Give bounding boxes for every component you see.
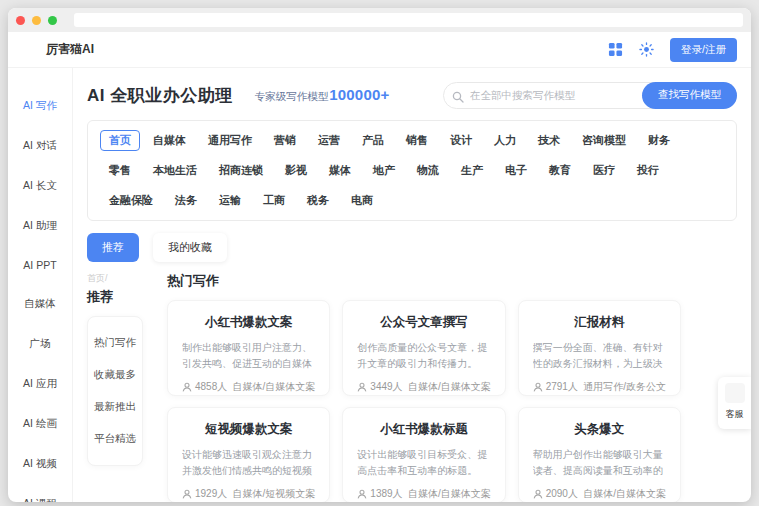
tab-my-favorites[interactable]: 我的收藏: [153, 233, 227, 262]
card-users: 2791人: [533, 380, 578, 394]
login-register-button[interactable]: 登录/注册: [670, 38, 737, 62]
user-icon: [182, 382, 192, 392]
main-content: AI 全职业办公助理 专家级写作模型100000+ 查找写作模型 首页: [73, 68, 751, 502]
tab-recommend[interactable]: 推荐: [87, 233, 139, 262]
app-header: 厉害猫AI 登录/注册: [8, 32, 751, 68]
tag-item[interactable]: 人力: [485, 130, 525, 151]
tag-item[interactable]: 投行: [628, 160, 668, 181]
model-card[interactable]: 小红书爆款标题 设计出能够吸引目标受众、提高点击率和互动率的标题。 1389人 …: [342, 407, 505, 502]
tag-item[interactable]: 媒体: [320, 160, 360, 181]
card-title: 汇报材料: [533, 314, 666, 331]
model-card-grid: 小红书爆款文案 制作出能够吸引用户注意力、引发共鸣、促进互动的自媒体文案。 48…: [167, 300, 681, 502]
sidebar-item-ai-course[interactable]: AI 课程: [8, 484, 72, 502]
tag-item[interactable]: 本地生活: [144, 160, 206, 181]
card-category: 自媒体/自媒体文案: [408, 380, 491, 394]
sidebar-item-ai-video[interactable]: AI 视频: [8, 444, 72, 484]
model-card[interactable]: 汇报材料 撰写一份全面、准确、有针对性的政务汇报材料，为上级决策提供依据。 27…: [518, 300, 681, 396]
tag-item[interactable]: 工商: [254, 190, 294, 211]
sidebar-item-ai-apps[interactable]: AI 应用: [8, 364, 72, 404]
card-title: 小红书爆款文案: [182, 314, 315, 331]
model-count: 100000+: [329, 86, 389, 103]
user-icon: [533, 382, 543, 392]
model-card[interactable]: 短视频爆款文案 设计能够迅速吸引观众注意力并激发他们情感共鸣的短视频文案。 19…: [167, 407, 330, 502]
card-desc: 帮助用户创作出能够吸引大量读者、提高阅读量和互动率的爆款文章。: [533, 447, 666, 478]
card-users: 2090人: [533, 487, 578, 501]
card-users-count: 1929人: [195, 487, 227, 501]
maximize-window-button[interactable]: [48, 16, 57, 25]
tag-item[interactable]: 电子: [496, 160, 536, 181]
card-users-count: 1389人: [370, 487, 402, 501]
address-bar[interactable]: [74, 13, 743, 27]
app-logo: 厉害猫AI: [46, 41, 94, 58]
tag-item[interactable]: 营销: [265, 130, 305, 151]
tag-item[interactable]: 物流: [408, 160, 448, 181]
sidebar-item-ai-longform[interactable]: AI 长文: [8, 166, 72, 206]
tag-item[interactable]: 自媒体: [144, 130, 195, 151]
card-users: 1929人: [182, 487, 227, 501]
tag-item[interactable]: 法务: [166, 190, 206, 211]
tag-item[interactable]: 税务: [298, 190, 338, 211]
card-users-count: 2791人: [546, 380, 578, 394]
menu-item-platform-picks[interactable]: 平台精选: [88, 423, 142, 455]
user-icon: [533, 489, 543, 499]
theme-brightness-icon[interactable]: [639, 42, 654, 57]
tag-item[interactable]: 运营: [309, 130, 349, 151]
card-users-count: 3449人: [370, 380, 402, 394]
menu-item-hot-writing[interactable]: 热门写作: [88, 327, 142, 359]
card-users-count: 4858人: [195, 380, 227, 394]
model-card[interactable]: 小红书爆款文案 制作出能够吸引用户注意力、引发共鸣、促进互动的自媒体文案。 48…: [167, 300, 330, 396]
model-card[interactable]: 公众号文章撰写 创作高质量的公众号文章，提升文章的吸引力和传播力。 3449人 …: [342, 300, 505, 396]
page-title: AI 全职业办公助理: [87, 84, 233, 107]
customer-service-widget[interactable]: 客服: [718, 377, 751, 429]
sidebar-item-ai-writing[interactable]: AI 写作: [8, 86, 72, 126]
sidebar-item-ai-drawing[interactable]: AI 绘画: [8, 404, 72, 444]
user-icon: [182, 489, 192, 499]
tag-item[interactable]: 电商: [342, 190, 382, 211]
minimize-window-button[interactable]: [32, 16, 41, 25]
sidebar-item-ai-ppt[interactable]: AI PPT: [8, 246, 72, 284]
customer-service-icon: [725, 383, 745, 403]
category-tag-bar: 首页 自媒体 通用写作 营销 运营 产品 销售 设计 人力 技术 咨询模型 财务…: [87, 120, 737, 221]
tag-item[interactable]: 生产: [452, 160, 492, 181]
tag-item[interactable]: 地产: [364, 160, 404, 181]
tag-item[interactable]: 金融保险: [100, 190, 162, 211]
card-desc: 制作出能够吸引用户注意力、引发共鸣、促进互动的自媒体文案。: [182, 340, 315, 371]
user-icon: [357, 382, 367, 392]
sidebar-item-self-media[interactable]: 自媒体: [8, 284, 72, 324]
card-category: 自媒体/自媒体文案: [408, 487, 491, 501]
apps-grid-icon[interactable]: [608, 42, 623, 57]
sidebar-item-ai-assistant[interactable]: AI 助理: [8, 206, 72, 246]
model-card[interactable]: 头条爆文 帮助用户创作出能够吸引大量读者、提高阅读量和互动率的爆款文章。 209…: [518, 407, 681, 502]
search-icon: [452, 89, 464, 101]
search-models-button[interactable]: 查找写作模型: [642, 82, 737, 109]
tag-item[interactable]: 咨询模型: [573, 130, 635, 151]
customer-service-label: 客服: [726, 408, 744, 421]
card-category: 自媒体/短视频文案: [233, 487, 316, 501]
sidebar-item-plaza[interactable]: 广场: [8, 324, 72, 364]
card-desc: 创作高质量的公众号文章，提升文章的吸引力和传播力。: [357, 340, 490, 371]
close-window-button[interactable]: [16, 16, 25, 25]
sidebar-item-ai-chat[interactable]: AI 对话: [8, 126, 72, 166]
tag-item[interactable]: 首页: [100, 130, 140, 151]
sidebar-nav: AI 写作 AI 对话 AI 长文 AI 助理 AI PPT 自媒体 广场 AI…: [8, 68, 73, 502]
menu-item-newest[interactable]: 最新推出: [88, 391, 142, 423]
browser-window: 厉害猫AI 登录/注册 AI 写作 AI 对话 AI 长文 AI 助理 AI: [8, 8, 751, 502]
tag-item[interactable]: 销售: [397, 130, 437, 151]
tag-item[interactable]: 零售: [100, 160, 140, 181]
card-desc: 撰写一份全面、准确、有针对性的政务汇报材料，为上级决策提供依据。: [533, 340, 666, 371]
tag-item[interactable]: 影视: [276, 160, 316, 181]
card-title: 小红书爆款标题: [357, 421, 490, 438]
tag-item[interactable]: 通用写作: [199, 130, 261, 151]
tag-item[interactable]: 运输: [210, 190, 250, 211]
tag-item[interactable]: 医疗: [584, 160, 624, 181]
tag-item[interactable]: 技术: [529, 130, 569, 151]
tag-item[interactable]: 财务: [639, 130, 679, 151]
tag-item[interactable]: 招商连锁: [210, 160, 272, 181]
card-users: 4858人: [182, 380, 227, 394]
tag-item[interactable]: 教育: [540, 160, 580, 181]
menu-item-most-favorited[interactable]: 收藏最多: [88, 359, 142, 391]
tag-item[interactable]: 设计: [441, 130, 481, 151]
tag-item[interactable]: 产品: [353, 130, 393, 151]
card-category: 自媒体/自媒体文案: [583, 487, 666, 501]
left-panel-heading: 推荐: [87, 288, 153, 306]
